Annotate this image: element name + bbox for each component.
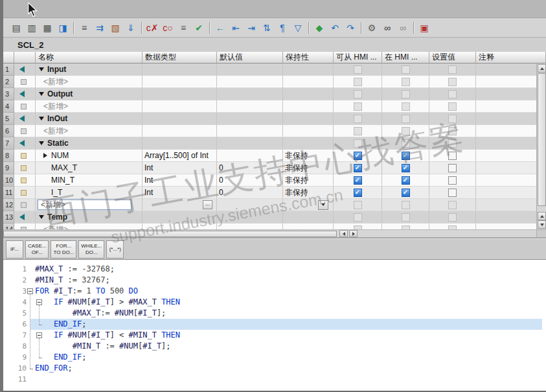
undo-icon[interactable]: ↶ — [328, 21, 342, 35]
name-cell[interactable]: <新增> — [36, 125, 142, 137]
code-line[interactable]: 9 END_IF; — [3, 352, 546, 363]
row-number[interactable]: 1 — [3, 63, 14, 76]
setpoint-checkbox[interactable] — [448, 152, 457, 160]
name-cell[interactable]: MIN_T — [36, 174, 142, 187]
interface-row[interactable]: 6<新增> — [3, 125, 546, 137]
renumber-lines-icon[interactable]: ⇅ — [260, 21, 274, 35]
data-type-cell[interactable]: Int — [142, 174, 217, 187]
column-header-7[interactable]: 设置值 — [429, 52, 476, 63]
interface-row[interactable]: 11I_TInt0非保持 — [3, 187, 546, 199]
row-number[interactable]: 7 — [3, 137, 14, 150]
name-cell[interactable]: <新增> — [36, 224, 142, 229]
code-line[interactable]: 3FOR #I_T:= 1 TO 500 DO — [3, 286, 546, 297]
default-value-cell[interactable] — [217, 150, 283, 162]
column-header-8[interactable]: 注释 — [476, 52, 546, 63]
data-type-cell[interactable] — [142, 113, 217, 125]
column-header-5[interactable]: 可从 HMI ... — [334, 52, 382, 63]
hmi-accessible-checkbox[interactable] — [354, 164, 362, 172]
snippet-tab-comment[interactable]: (*...*) — [106, 240, 124, 259]
column-header-6[interactable]: 在 HMI ... — [382, 52, 429, 63]
retain-cell[interactable] — [283, 137, 334, 150]
comment-cell[interactable] — [476, 174, 546, 187]
default-value-cell[interactable] — [217, 199, 283, 211]
row-number[interactable]: 14 — [3, 224, 14, 229]
row-number[interactable]: 6 — [3, 125, 14, 137]
favorites-icon[interactable]: ◆ — [312, 21, 326, 35]
row-number[interactable]: 5 — [3, 113, 14, 125]
retain-dropdown-button[interactable] — [318, 200, 328, 210]
default-value-cell[interactable] — [217, 76, 283, 88]
expand-all-icon[interactable]: ≡ — [77, 21, 91, 35]
column-header-2[interactable]: 数据类型 — [142, 52, 217, 63]
code-line[interactable]: 8 #MIN_T := #NUM[#I_T]; — [3, 341, 546, 352]
decrease-indent-icon[interactable]: ⇤ — [229, 21, 243, 35]
data-type-cell[interactable] — [142, 88, 217, 100]
goto-definition-icon[interactable]: ⇉ — [93, 21, 107, 35]
name-cell[interactable]: InOut — [36, 113, 142, 125]
fold-toggle-icon[interactable] — [36, 299, 42, 305]
comment-cell[interactable] — [476, 100, 546, 113]
retain-cell[interactable]: 非保持 — [283, 162, 334, 174]
comment-cell[interactable] — [476, 113, 546, 125]
default-value-cell[interactable] — [217, 113, 283, 125]
comment-cell[interactable] — [476, 88, 546, 100]
retain-cell[interactable] — [283, 76, 334, 88]
horizontal-scrollbar[interactable] — [3, 229, 536, 237]
interface-row[interactable]: 2<新增> — [3, 76, 546, 88]
snippet-tab-if[interactable]: IF... — [6, 240, 23, 259]
setpoint-checkbox[interactable] — [448, 164, 457, 172]
row-number[interactable]: 8 — [3, 150, 14, 162]
code-line[interactable]: 6 END_IF; — [3, 319, 546, 330]
comment-cell[interactable] — [476, 125, 546, 137]
hmi-accessible-checkbox[interactable] — [354, 176, 362, 185]
default-value-cell[interactable] — [217, 211, 283, 224]
snippet-tab-while[interactable]: WHILE...DO... — [78, 240, 104, 259]
name-cell[interactable]: I_T — [36, 187, 142, 199]
retain-cell[interactable]: 非保持 — [283, 150, 334, 162]
monitor-off-icon[interactable]: ∞ — [396, 21, 410, 35]
default-value-cell[interactable] — [217, 224, 283, 229]
hmi-accessible-checkbox[interactable] — [354, 152, 362, 160]
scl-code-editor[interactable]: 1#MAX_T := -32768;2#MIN_T := 32767;3FOR … — [3, 259, 546, 391]
absolute-symbolic-toggle-icon[interactable]: ¶ — [275, 21, 290, 35]
hmi-accessible-checkbox[interactable] — [354, 189, 362, 197]
scroll-down-button[interactable] — [538, 220, 546, 229]
snippet-tab-case[interactable]: CASE...OF... — [25, 240, 49, 259]
monitor-on-icon[interactable]: ∞ — [380, 21, 394, 35]
navigate-back-icon[interactable]: ← — [213, 21, 227, 35]
previous-error-icon[interactable]: c✗ — [145, 21, 159, 35]
name-cell[interactable]: <新增> — [36, 199, 142, 211]
row-number[interactable]: 10 — [3, 174, 14, 187]
retain-cell[interactable] — [283, 211, 334, 224]
interface-row[interactable]: 5InOut — [3, 113, 546, 125]
collapse-triangle-icon[interactable] — [39, 141, 44, 145]
fold-toggle-icon[interactable] — [36, 332, 42, 338]
download-values-icon[interactable]: ⇓ — [124, 21, 138, 35]
default-value-cell[interactable]: 0 — [217, 174, 283, 187]
comment-cell[interactable] — [476, 211, 546, 224]
name-cell[interactable]: Temp — [36, 211, 142, 224]
retain-cell[interactable] — [283, 199, 334, 211]
vertical-scroll-thumb[interactable] — [538, 73, 546, 206]
data-type-cell[interactable] — [142, 125, 217, 137]
code-line[interactable]: 11 — [3, 374, 546, 385]
code-line[interactable]: 10END_FOR; — [3, 363, 546, 374]
hmi-visible-checkbox[interactable] — [402, 164, 410, 172]
retain-cell[interactable]: 非保持 — [283, 174, 334, 187]
row-number[interactable]: 4 — [3, 100, 14, 113]
default-value-cell[interactable] — [217, 88, 283, 100]
code-line[interactable]: 2#MIN_T := 32767; — [3, 275, 546, 286]
name-cell[interactable]: <新增> — [36, 100, 142, 113]
hmi-visible-checkbox[interactable] — [402, 152, 410, 160]
column-header-4[interactable]: 保持性 — [283, 52, 334, 63]
data-type-cell[interactable] — [142, 224, 217, 229]
interface-row[interactable]: 4<新增> — [3, 100, 546, 113]
name-cell[interactable]: <新增> — [36, 76, 142, 88]
hmi-visible-checkbox[interactable] — [402, 189, 410, 197]
name-cell[interactable]: Output — [36, 88, 142, 100]
add-row-icon[interactable]: ▥ — [25, 21, 39, 35]
comment-cell[interactable] — [476, 63, 546, 76]
column-header-3[interactable]: 默认值 — [217, 52, 283, 63]
insert-row-icon[interactable]: ▤ — [9, 21, 23, 35]
code-line[interactable]: 4 IF #NUM[#I_T] > #MAX_T THEN — [3, 297, 546, 308]
